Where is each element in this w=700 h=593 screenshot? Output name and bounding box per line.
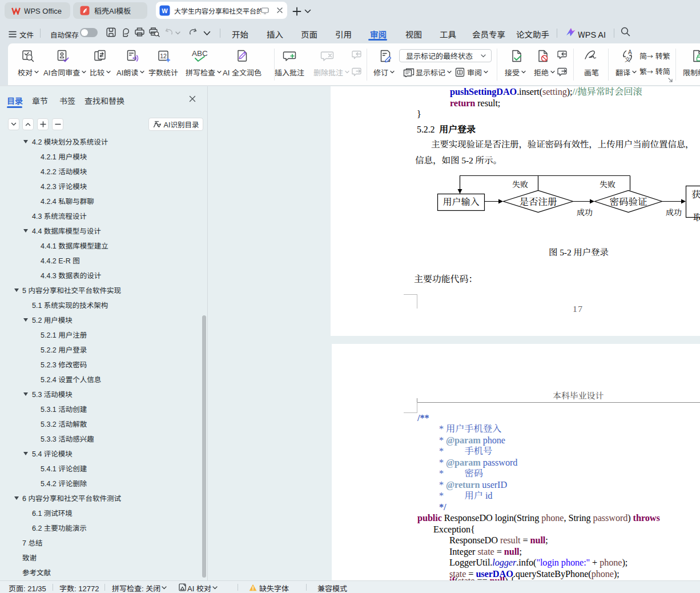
svg-text:失败: 失败 (600, 178, 615, 190)
svg-text:密码验证: 密码验证 (610, 194, 647, 208)
svg-text:12: 12 (160, 53, 167, 59)
svg-text:获取: 获取 (691, 187, 700, 201)
svg-text:成功: 成功 (577, 206, 593, 218)
svg-text:是否注册: 是否注册 (520, 194, 558, 208)
svg-text:用户输入: 用户输入 (442, 195, 479, 208)
svg-text:W: W (162, 7, 168, 14)
svg-text:A: A (628, 49, 632, 55)
svg-text:失败: 失败 (512, 178, 528, 190)
svg-text:成功: 成功 (666, 206, 682, 218)
svg-text:取: 取 (693, 210, 700, 223)
svg-text:文: 文 (625, 55, 630, 63)
svg-text:ABC: ABC (192, 49, 208, 58)
